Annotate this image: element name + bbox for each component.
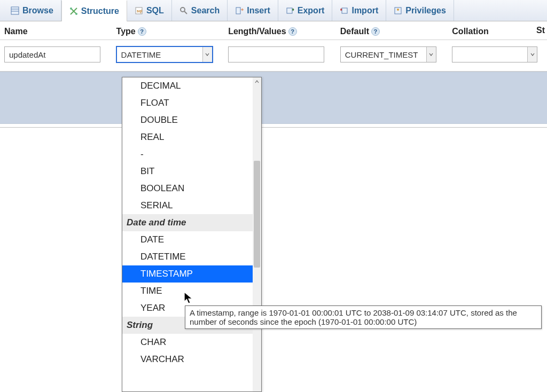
- tab-sql[interactable]: sql SQL: [127, 0, 172, 21]
- column-headers: Name Type ? Length/Values ? Default ? Co…: [0, 21, 547, 40]
- type-option[interactable]: VARCHAR: [122, 351, 253, 368]
- header-length: Length/Values: [228, 27, 286, 36]
- type-option[interactable]: DECIMAL: [122, 77, 253, 95]
- tab-search-label: Search: [191, 6, 220, 15]
- help-default-icon[interactable]: ?: [371, 27, 380, 36]
- type-option[interactable]: REAL: [122, 129, 253, 146]
- type-dropdown-list: DECIMAL FLOAT DOUBLE REAL - BIT BOOLEAN …: [122, 77, 253, 391]
- scrollbar-thumb[interactable]: [254, 161, 260, 268]
- type-select[interactable]: DATETIME: [116, 46, 213, 62]
- type-option[interactable]: DATE: [122, 231, 253, 248]
- tab-structure[interactable]: Structure: [61, 0, 127, 21]
- browse-icon: [11, 6, 19, 15]
- separator: [0, 127, 547, 128]
- help-type-icon[interactable]: ?: [138, 27, 146, 36]
- lower-band: [0, 72, 547, 124]
- svg-point-3: [70, 7, 72, 10]
- import-icon: [340, 6, 348, 15]
- dropdown-scrollbar[interactable]: [253, 77, 261, 391]
- svg-text:sql: sql: [137, 9, 142, 13]
- svg-point-4: [75, 13, 77, 15]
- header-name: Name: [4, 27, 28, 36]
- timestamp-tooltip: A timestamp, range is 1970-01-01 00:00:0…: [185, 305, 542, 329]
- svg-point-7: [181, 7, 185, 12]
- chevron-down-icon: [202, 47, 212, 62]
- header-type: Type: [116, 27, 136, 36]
- tab-structure-label: Structure: [81, 6, 119, 16]
- type-option[interactable]: SERIAL: [122, 197, 253, 214]
- svg-rect-0: [11, 7, 19, 14]
- search-icon: [179, 6, 188, 15]
- column-input-row: DATETIME CURRENT_TIMEST: [0, 40, 547, 72]
- tabs-bar: Browse Structure sql SQL Search Insert E…: [0, 0, 547, 21]
- tab-sql-label: SQL: [146, 6, 164, 15]
- scroll-up-icon[interactable]: [253, 77, 261, 86]
- type-option[interactable]: CHAR: [122, 334, 253, 351]
- truncated-header: St: [536, 26, 545, 35]
- svg-rect-11: [342, 8, 347, 13]
- privileges-icon: [394, 6, 402, 15]
- insert-icon: [235, 6, 244, 15]
- default-select[interactable]: CURRENT_TIMEST: [340, 46, 436, 62]
- svg-point-13: [397, 9, 399, 11]
- type-group-date: Date and time: [122, 214, 253, 231]
- tab-insert[interactable]: Insert: [228, 0, 278, 21]
- tab-browse-label: Browse: [22, 6, 53, 15]
- tab-export-label: Export: [298, 6, 325, 15]
- type-option[interactable]: BIT: [122, 163, 253, 180]
- type-option[interactable]: TIME: [122, 283, 253, 300]
- tab-privileges-label: Privileges: [405, 6, 446, 15]
- type-option[interactable]: DOUBLE: [122, 112, 253, 129]
- svg-rect-9: [236, 7, 240, 14]
- type-dropdown[interactable]: DECIMAL FLOAT DOUBLE REAL - BIT BOOLEAN …: [122, 77, 262, 392]
- type-option-timestamp[interactable]: TIMESTAMP: [122, 265, 253, 283]
- tab-browse[interactable]: Browse: [3, 0, 61, 21]
- tab-search[interactable]: Search: [172, 0, 228, 21]
- length-input[interactable]: [228, 46, 324, 62]
- structure-icon: [69, 7, 78, 15]
- tab-insert-label: Insert: [247, 6, 270, 15]
- type-option[interactable]: BOOLEAN: [122, 180, 253, 197]
- header-default: Default: [340, 27, 369, 36]
- header-collation: Collation: [452, 27, 488, 36]
- tab-privileges[interactable]: Privileges: [386, 0, 454, 21]
- type-option[interactable]: FLOAT: [122, 95, 253, 112]
- sql-icon: sql: [135, 6, 143, 15]
- svg-line-8: [184, 11, 187, 14]
- tab-import-label: Import: [351, 6, 378, 15]
- chevron-down-icon: [426, 47, 436, 62]
- svg-rect-10: [287, 8, 292, 13]
- help-length-icon[interactable]: ?: [288, 27, 297, 36]
- type-option-separator[interactable]: -: [122, 146, 253, 163]
- type-select-value: DATETIME: [121, 50, 161, 59]
- name-input[interactable]: [4, 46, 100, 62]
- export-icon: [286, 6, 294, 15]
- tab-export[interactable]: Export: [278, 0, 333, 21]
- chevron-down-icon: [527, 47, 537, 62]
- type-option[interactable]: DATETIME: [122, 248, 253, 265]
- tab-import[interactable]: Import: [332, 0, 386, 21]
- collation-select[interactable]: [452, 46, 537, 62]
- default-select-value: CURRENT_TIMEST: [345, 50, 418, 59]
